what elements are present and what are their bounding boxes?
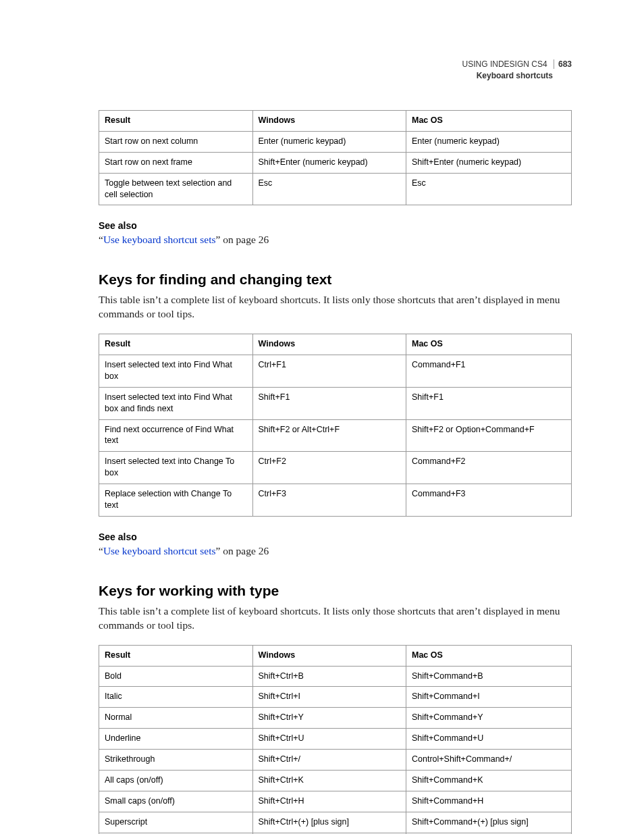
cell-windows: Shift+Enter (numeric keypad) [252,152,406,173]
table-row: StrikethroughShift+Ctrl+/Control+Shift+C… [99,750,572,771]
cell-windows: Ctrl+F2 [252,452,406,484]
col-result: Result [99,645,253,666]
shortcut-table-3: Result Windows Mac OS BoldShift+Ctrl+BSh… [99,645,572,834]
cell-mac: Esc [406,173,572,205]
table2-body: Insert selected text into Find What boxC… [99,355,572,517]
table-row: ItalicShift+Ctrl+IShift+Command+I [99,687,572,708]
see-also-ref-1: “Use keyboard shortcut sets” on page 26 [99,234,572,246]
cell-mac: Command+F1 [406,355,572,388]
cell-mac: Shift+Command+H [406,791,572,812]
table-row: Find next occurrence of Find What textSh… [99,419,572,452]
table-row: NormalShift+Ctrl+YShift+Command+Y [99,708,572,729]
running-header: USING INDESIGN CS4 683 Keyboard shortcut… [99,59,572,80]
cell-windows: Shift+Ctrl+Y [252,708,406,729]
col-mac: Mac OS [406,645,572,666]
table-row: Replace selection with Change To textCtr… [99,484,572,517]
cell-mac: Command+F2 [406,452,572,484]
table-row: Small caps (on/off)Shift+Ctrl+HShift+Com… [99,791,572,812]
section-type: Keys for working with type This table is… [99,583,572,834]
see-also-ref-2: “Use keyboard shortcut sets” on page 26 [99,545,572,557]
cell-result: Normal [99,708,253,729]
table-row: Toggle between text selection and cell s… [99,173,572,205]
col-mac: Mac OS [406,334,572,355]
cell-result: Start row on next column [99,131,253,152]
cell-windows: Shift+F1 [252,387,406,419]
cell-mac: Shift+Command+B [406,666,572,687]
cell-result: Start row on next frame [99,152,253,173]
cell-mac: Enter (numeric keypad) [406,131,572,152]
cell-result: Superscript [99,812,253,833]
table-row: Insert selected text into Change To boxC… [99,452,572,484]
cell-windows: Esc [252,173,406,205]
running-header-section: Keyboard shortcuts [99,71,572,80]
see-also-link-1[interactable]: Use keyboard shortcut sets [103,234,216,245]
table-row: UnderlineShift+Ctrl+UShift+Command+U [99,729,572,750]
doc-title: USING INDESIGN CS4 [462,59,547,69]
section-heading-find: Keys for finding and changing text [99,271,572,288]
col-result: Result [99,334,253,355]
table-row: All caps (on/off)Shift+Ctrl+KShift+Comma… [99,770,572,791]
cell-result: Toggle between text selection and cell s… [99,173,253,205]
cell-result: Insert selected text into Change To box [99,452,253,484]
table-header-row: Result Windows Mac OS [99,111,572,132]
page-number: 683 [554,59,572,69]
cell-result: Bold [99,666,253,687]
cell-windows: Shift+Ctrl+H [252,791,406,812]
table-header-row: Result Windows Mac OS [99,645,572,666]
cell-mac: Control+Shift+Command+/ [406,750,572,771]
cell-windows: Ctrl+F3 [252,484,406,517]
cell-windows: Shift+Ctrl+B [252,666,406,687]
shortcut-table-1: Result Windows Mac OS Start row on next … [99,110,572,205]
shortcut-table-2: Result Windows Mac OS Insert selected te… [99,334,572,517]
cell-mac: Shift+Command+U [406,729,572,750]
table-row: Insert selected text into Find What boxC… [99,355,572,388]
cell-mac: Shift+Enter (numeric keypad) [406,152,572,173]
cell-mac: Shift+Command+(+) [plus sign] [406,812,572,833]
page: USING INDESIGN CS4 683 Keyboard shortcut… [0,0,644,834]
cell-windows: Shift+Ctrl+/ [252,750,406,771]
cell-result: Insert selected text into Find What box … [99,387,253,419]
section-heading-type: Keys for working with type [99,583,572,599]
cell-mac: Shift+Command+K [406,770,572,791]
col-result: Result [99,111,253,132]
cell-result: Replace selection with Change To text [99,484,253,517]
cell-result: Italic [99,687,253,708]
table-row: Start row on next frameShift+Enter (nume… [99,152,572,173]
cell-result: Small caps (on/off) [99,791,253,812]
cell-mac: Shift+F2 or Option+Command+F [406,419,572,452]
table3-body: BoldShift+Ctrl+BShift+Command+BItalicShi… [99,666,572,834]
see-also-heading-1: See also [99,220,572,231]
table-row: Start row on next columnEnter (numeric k… [99,131,572,152]
table-row: BoldShift+Ctrl+BShift+Command+B [99,666,572,687]
section-intro-find: This table isn’t a complete list of keyb… [99,293,572,321]
cell-mac: Shift+Command+Y [406,708,572,729]
col-windows: Windows [252,645,406,666]
cell-windows: Shift+Ctrl+K [252,770,406,791]
cell-windows: Shift+Ctrl+U [252,729,406,750]
cell-result: Strikethrough [99,750,253,771]
cell-windows: Shift+Ctrl+(+) [plus sign] [252,812,406,833]
see-also-heading-2: See also [99,531,572,542]
cell-mac: Shift+Command+I [406,687,572,708]
cell-result: Find next occurrence of Find What text [99,419,253,452]
running-header-line1: USING INDESIGN CS4 683 [99,59,572,69]
col-windows: Windows [252,334,406,355]
col-windows: Windows [252,111,406,132]
table-row: Insert selected text into Find What box … [99,387,572,419]
table-header-row: Result Windows Mac OS [99,334,572,355]
cell-windows: Shift+Ctrl+I [252,687,406,708]
cell-result: All caps (on/off) [99,770,253,791]
cell-mac: Command+F3 [406,484,572,517]
table1-body: Start row on next columnEnter (numeric k… [99,131,572,205]
col-mac: Mac OS [406,111,572,132]
cell-mac: Shift+F1 [406,387,572,419]
see-also-link-2[interactable]: Use keyboard shortcut sets [103,545,216,556]
cell-windows: Enter (numeric keypad) [252,131,406,152]
section-intro-type: This table isn’t a complete list of keyb… [99,604,572,633]
cell-windows: Shift+F2 or Alt+Ctrl+F [252,419,406,452]
table-row: SuperscriptShift+Ctrl+(+) [plus sign]Shi… [99,812,572,833]
cell-windows: Ctrl+F1 [252,355,406,388]
cell-result: Insert selected text into Find What box [99,355,253,388]
cell-result: Underline [99,729,253,750]
section-find-change: Keys for finding and changing text This … [99,271,572,516]
